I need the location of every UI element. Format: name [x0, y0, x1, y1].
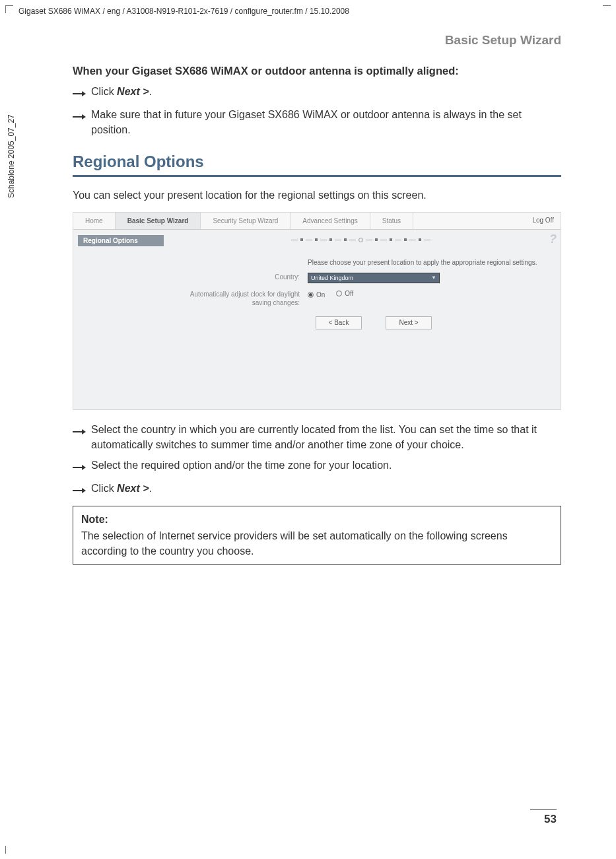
crop-mark	[603, 5, 611, 13]
next-button[interactable]: Next >	[386, 316, 432, 329]
step-text: Click Next >.	[91, 481, 561, 498]
router-ui-screenshot: Home Basic Setup Wizard Security Setup W…	[73, 212, 561, 410]
template-id: Schablone 2005_07_27	[7, 114, 16, 198]
crop-mark	[603, 846, 611, 854]
tab-home[interactable]: Home	[73, 213, 116, 229]
instruction-text: Please choose your present location to a…	[308, 259, 539, 266]
back-button[interactable]: < Back	[316, 316, 362, 329]
radio-unselected-icon	[336, 291, 342, 296]
chevron-down-icon: ▼	[431, 275, 436, 281]
step-text: Select the required option and/or the ti…	[91, 458, 561, 475]
arrow-icon	[73, 458, 91, 475]
step-text: Make sure that in future your Gigaset SX…	[91, 107, 561, 137]
note-box: Note: The selection of Internet service …	[73, 506, 561, 565]
page-number: 53	[530, 809, 557, 826]
text: .	[149, 86, 152, 97]
ui-reference: Next >	[117, 483, 149, 494]
router-tabbar: Home Basic Setup Wizard Security Setup W…	[73, 213, 561, 230]
help-icon[interactable]: ?	[549, 232, 557, 246]
text: .	[149, 483, 152, 494]
tab-advanced-settings[interactable]: Advanced Settings	[291, 213, 370, 229]
logoff-link[interactable]: Log Off	[532, 217, 554, 224]
tab-basic-setup-wizard[interactable]: Basic Setup Wizard	[116, 213, 201, 229]
note-label: Note:	[81, 512, 553, 527]
heading-regional-options: Regional Options	[73, 153, 561, 171]
crop-mark	[5, 5, 13, 13]
ui-reference: Next >	[117, 86, 149, 97]
wizard-progress	[291, 238, 430, 242]
page-content: Basic Setup Wizard When your Gigaset SX6…	[73, 33, 561, 565]
arrow-icon	[73, 107, 91, 137]
arrow-icon	[73, 84, 91, 102]
dst-off-radio[interactable]: Off	[336, 290, 353, 297]
arrow-icon	[73, 422, 91, 452]
crop-mark	[5, 846, 13, 854]
sidebar-item-regional-options[interactable]: Regional Options	[78, 235, 164, 246]
section-header: Basic Setup Wizard	[73, 33, 561, 48]
document-path: Gigaset SX686 WiMAX / eng / A31008-N919-…	[18, 7, 349, 16]
intro-heading: When your Gigaset SX686 WiMAX or outdoor…	[73, 65, 561, 77]
note-body: The selection of Internet service provid…	[81, 528, 553, 559]
dst-label: Automatically adjust clock for daylight …	[189, 290, 308, 307]
step-text: Click Next >.	[91, 84, 561, 102]
dst-on-radio[interactable]: On	[308, 291, 325, 298]
arrow-icon	[73, 481, 91, 498]
country-label: Country:	[189, 273, 308, 283]
text: Click	[91, 483, 117, 494]
step-item: Make sure that in future your Gigaset SX…	[73, 107, 561, 137]
step-item: Click Next >.	[73, 481, 561, 498]
step-item: Select the country in which you are curr…	[73, 422, 561, 452]
step-item: Select the required option and/or the ti…	[73, 458, 561, 475]
router-form: Please choose your present location to a…	[189, 259, 539, 329]
body-text: You can select your present location for…	[73, 188, 561, 203]
radio-label: On	[316, 291, 325, 298]
tab-status[interactable]: Status	[370, 213, 413, 229]
country-value: United Kingdom	[311, 275, 353, 281]
wizard-current-step-icon	[359, 238, 363, 242]
country-select[interactable]: United Kingdom ▼	[308, 273, 440, 283]
text: Click	[91, 86, 117, 97]
step-text: Select the country in which you are curr…	[91, 422, 561, 452]
radio-label: Off	[345, 290, 353, 297]
radio-selected-icon	[308, 292, 314, 298]
step-item: Click Next >.	[73, 84, 561, 102]
heading-rule	[73, 175, 561, 177]
tab-security-setup-wizard[interactable]: Security Setup Wizard	[201, 213, 291, 229]
